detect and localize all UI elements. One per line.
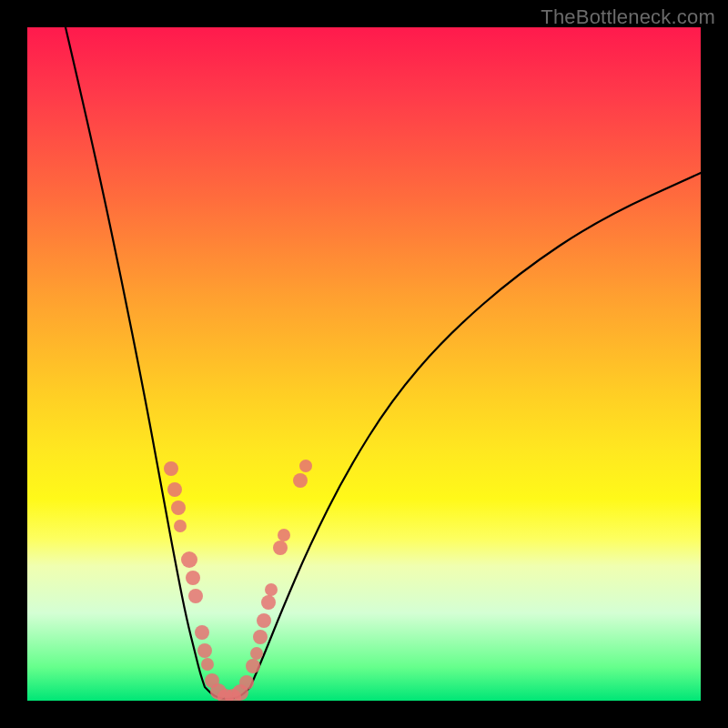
- data-point-marker: [246, 659, 260, 673]
- data-point-marker: [299, 460, 312, 472]
- data-point-marker: [239, 675, 254, 690]
- data-point-marker: [250, 647, 263, 660]
- watermark-text: TheBottleneck.com: [541, 5, 715, 29]
- plot-area: [27, 27, 701, 701]
- curve-svg: [27, 27, 701, 701]
- data-point-marker: [201, 658, 214, 671]
- data-point-marker: [253, 630, 268, 644]
- data-point-marker: [174, 520, 187, 532]
- data-point-marker: [293, 473, 308, 488]
- bottleneck-curve: [66, 27, 701, 699]
- data-point-marker: [265, 583, 278, 596]
- data-point-marker: [181, 551, 197, 568]
- data-markers: [164, 460, 312, 701]
- data-point-marker: [188, 589, 203, 603]
- data-point-marker: [171, 500, 186, 515]
- data-point-marker: [273, 541, 288, 555]
- data-point-marker: [186, 571, 200, 585]
- data-point-marker: [195, 625, 209, 640]
- data-point-marker: [278, 529, 290, 541]
- data-point-marker: [164, 461, 178, 476]
- data-point-marker: [167, 482, 182, 497]
- chart-frame: TheBottleneck.com: [0, 0, 728, 728]
- data-point-marker: [197, 643, 212, 658]
- data-point-marker: [257, 613, 271, 628]
- data-point-marker: [261, 595, 276, 610]
